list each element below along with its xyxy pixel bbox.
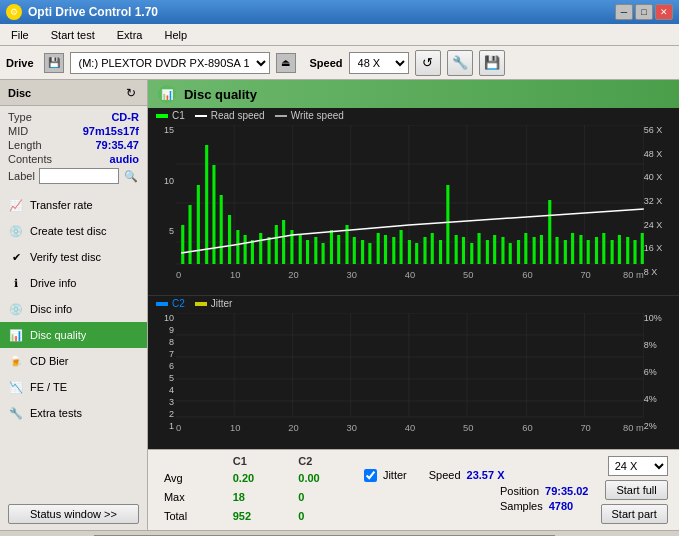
start-full-button[interactable]: Start full bbox=[605, 480, 667, 500]
svg-rect-42 bbox=[408, 240, 411, 264]
svg-rect-32 bbox=[330, 230, 333, 264]
drive-select[interactable]: (M:) PLEXTOR DVDR PX-890SA 1.00 bbox=[70, 52, 270, 74]
y1r-label-48x: 48 X bbox=[644, 149, 679, 159]
type-value: CD-R bbox=[111, 111, 139, 123]
y1-label-15: 15 bbox=[148, 125, 176, 135]
refresh-button[interactable]: ↺ bbox=[415, 50, 441, 76]
nav-extra-tests[interactable]: 🔧 Extra tests bbox=[0, 400, 147, 426]
svg-text:50: 50 bbox=[463, 270, 473, 280]
svg-rect-39 bbox=[384, 235, 387, 264]
nav-create-test[interactable]: 💿 Create test disc bbox=[0, 218, 147, 244]
nav-fe-te[interactable]: 📉 FE / TE bbox=[0, 374, 147, 400]
app-title: Opti Drive Control 1.70 bbox=[28, 5, 158, 19]
maximize-button[interactable]: □ bbox=[635, 4, 653, 20]
svg-rect-36 bbox=[361, 240, 364, 264]
status-window-button[interactable]: Status window >> bbox=[8, 504, 139, 524]
svg-rect-31 bbox=[321, 243, 324, 264]
svg-rect-44 bbox=[423, 237, 426, 264]
menu-extra[interactable]: Extra bbox=[112, 27, 148, 43]
y2-label-7: 7 bbox=[148, 349, 176, 359]
menu-help[interactable]: Help bbox=[159, 27, 192, 43]
svg-rect-70 bbox=[626, 237, 629, 264]
nav-drive-info[interactable]: ℹ Drive info bbox=[0, 270, 147, 296]
legend-read: Read speed bbox=[195, 110, 265, 121]
save-button[interactable]: 💾 bbox=[479, 50, 505, 76]
eject-button[interactable]: ⏏ bbox=[276, 53, 296, 73]
disc-refresh-icon[interactable]: ↻ bbox=[123, 85, 139, 101]
nav-cd-bier[interactable]: 🍺 CD Bier bbox=[0, 348, 147, 374]
jitter-checkbox[interactable] bbox=[364, 469, 377, 482]
svg-rect-38 bbox=[377, 233, 380, 264]
svg-rect-35 bbox=[353, 237, 356, 264]
chart2-y-axis-left: 10 9 8 7 6 5 4 3 2 1 bbox=[148, 313, 176, 431]
chart2-area: 10 9 8 7 6 5 4 3 2 1 10% 8% 6% 4% 2% bbox=[148, 309, 679, 449]
label-input[interactable] bbox=[39, 168, 119, 184]
svg-text:40: 40 bbox=[405, 423, 415, 433]
status-window-btn-wrap: Status window >> bbox=[0, 498, 147, 530]
total-c1: 952 bbox=[225, 507, 291, 526]
svg-text:50: 50 bbox=[463, 423, 473, 433]
y2-label-6: 6 bbox=[148, 361, 176, 371]
menu-file[interactable]: File bbox=[6, 27, 34, 43]
menu-start-test[interactable]: Start test bbox=[46, 27, 100, 43]
nav-disc-quality-label: Disc quality bbox=[30, 329, 86, 341]
speed-select[interactable]: 48 X bbox=[349, 52, 409, 74]
title-bar-left: ⚙ Opti Drive Control 1.70 bbox=[6, 4, 158, 20]
svg-rect-25 bbox=[275, 225, 278, 264]
max-label: Max bbox=[156, 487, 225, 506]
jitter-row: Jitter Speed 23.57 X bbox=[364, 469, 589, 482]
svg-rect-19 bbox=[228, 215, 231, 264]
nav-drive-info-label: Drive info bbox=[30, 277, 76, 289]
stats-row-avg: Avg 0.20 0.00 bbox=[156, 468, 356, 487]
nav-create-test-label: Create test disc bbox=[30, 225, 106, 237]
stats-panel: C1 C2 Avg 0.20 0.00 Max 18 0 bbox=[148, 449, 679, 530]
start-part-button[interactable]: Start part bbox=[601, 504, 668, 524]
y2-label-8: 8 bbox=[148, 337, 176, 347]
chart1-y-axis-left: 15 10 5 bbox=[148, 125, 176, 277]
y2r-label-4pct: 4% bbox=[644, 394, 679, 404]
y1-label-5: 5 bbox=[148, 226, 176, 236]
svg-rect-61 bbox=[555, 237, 558, 264]
y2-label-10: 10 bbox=[148, 313, 176, 323]
svg-rect-64 bbox=[579, 235, 582, 264]
svg-rect-16 bbox=[205, 145, 208, 264]
nav-disc-info[interactable]: 💿 Disc info bbox=[0, 296, 147, 322]
minimize-button[interactable]: ─ bbox=[615, 4, 633, 20]
disc-label-row: Label 🔍 bbox=[8, 168, 139, 184]
svg-rect-22 bbox=[251, 240, 254, 264]
svg-text:10: 10 bbox=[230, 423, 240, 433]
cd-bier-icon: 🍺 bbox=[8, 353, 24, 369]
label-browse-icon[interactable]: 🔍 bbox=[123, 168, 139, 184]
avg-label: Avg bbox=[156, 468, 225, 487]
position-value: 79:35.02 bbox=[545, 485, 588, 497]
app-icon: ⚙ bbox=[6, 4, 22, 20]
svg-rect-63 bbox=[571, 233, 574, 264]
nav-disc-quality[interactable]: 📊 Disc quality bbox=[0, 322, 147, 348]
svg-rect-69 bbox=[618, 235, 621, 264]
svg-rect-47 bbox=[446, 185, 449, 264]
y2-label-2: 2 bbox=[148, 409, 176, 419]
write-color-swatch bbox=[275, 115, 287, 117]
y1r-label-56x: 56 X bbox=[644, 125, 679, 135]
svg-text:30: 30 bbox=[346, 270, 356, 280]
speed-dropdown-stats[interactable]: 24 X bbox=[608, 456, 668, 476]
svg-text:20: 20 bbox=[288, 423, 298, 433]
nav-transfer-rate[interactable]: 📈 Transfer rate bbox=[0, 192, 147, 218]
svg-rect-46 bbox=[439, 240, 442, 264]
close-button[interactable]: ✕ bbox=[655, 4, 673, 20]
legend-c1: C1 bbox=[156, 110, 185, 121]
settings-button[interactable]: 🔧 bbox=[447, 50, 473, 76]
panel-header-icon: 📊 bbox=[158, 85, 176, 103]
svg-rect-15 bbox=[197, 185, 200, 264]
samples-label: Samples bbox=[500, 500, 543, 512]
svg-rect-41 bbox=[399, 230, 402, 264]
svg-rect-43 bbox=[415, 243, 418, 264]
window-controls: ─ □ ✕ bbox=[615, 4, 673, 20]
nav-verify-test[interactable]: ✔ Verify test disc bbox=[0, 244, 147, 270]
length-label: Length bbox=[8, 139, 42, 151]
jitter-color-swatch bbox=[195, 302, 207, 306]
chart1-area: 15 10 5 56 X 48 X 40 X 32 X 24 X 16 X 8 … bbox=[148, 121, 679, 296]
stats-col-c1: C1 bbox=[225, 454, 291, 468]
max-c2: 0 bbox=[290, 487, 356, 506]
max-c1: 18 bbox=[225, 487, 291, 506]
